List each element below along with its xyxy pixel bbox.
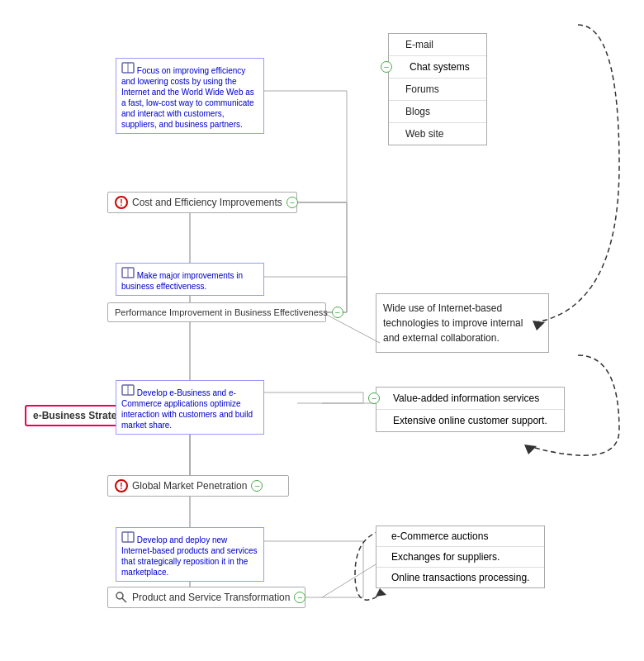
leaf-email: E-mail [389, 34, 486, 56]
svg-line-26 [322, 312, 380, 343]
value-text: Value-added information services [393, 392, 539, 404]
email-text: E-mail [405, 39, 433, 50]
ecommerce-auctions-item: e-Commerce auctions [376, 526, 544, 547]
perf-label: Performance Improvement in Business Effe… [115, 307, 328, 317]
chat-collapse-btn[interactable]: − [381, 61, 392, 73]
svg-line-28 [322, 562, 380, 597]
cost-note-text: Focus on improving efficiency and loweri… [121, 66, 254, 129]
svg-marker-23 [524, 445, 537, 454]
value-item: − Value-added information services [376, 388, 564, 410]
book-icon-global [121, 384, 135, 396]
root-label: e-Business Strategy [33, 410, 128, 421]
online-transactions-text: Online transactions processing. [391, 572, 529, 583]
svg-point-35 [116, 592, 123, 599]
global-branch-node[interactable]: ! Global Market Penetration − [107, 475, 289, 497]
ecommerce-text: e-Commerce auctions [391, 530, 488, 542]
cost-branch-node[interactable]: ! Cost and Efficiency Improvements − [107, 192, 297, 213]
product-note: Develop and deploy new Internet-based pr… [116, 527, 264, 582]
global-label: Global Market Penetration [132, 480, 247, 492]
global-note: Develop e-Business and e-Commerce applic… [116, 380, 264, 435]
value-group-box: − Value-added information services Exten… [376, 387, 565, 432]
perf-note: Make major improvements in business effe… [116, 263, 264, 296]
website-text: Web site [405, 128, 443, 140]
ecommerce-group-box: e-Commerce auctions Exchanges for suppli… [376, 525, 545, 588]
blogs-text: Blogs [405, 106, 430, 117]
online-transactions-item: Online transactions processing. [376, 568, 544, 587]
global-collapse-btn[interactable]: − [251, 480, 263, 492]
exchanges-text: Exchanges for suppliers. [391, 551, 500, 563]
email-group-box: E-mail − Chat systems Forums Blogs Web s… [388, 33, 487, 145]
cost-note: Focus on improving efficiency and loweri… [116, 58, 264, 134]
chat-text: Chat systems [405, 61, 470, 73]
value-collapse-btn[interactable]: − [368, 392, 380, 404]
cost-collapse-btn[interactable]: − [286, 197, 298, 208]
collab-text-content: Wide use of Internet-based technologies … [383, 302, 523, 344]
leaf-forums: Forums [389, 78, 486, 101]
product-branch-node[interactable]: Product and Service Transformation − [107, 587, 305, 608]
cost-label: Cost and Efficiency Improvements [132, 197, 282, 208]
perf-note-text: Make major improvements in business effe… [121, 271, 243, 291]
chat-systems-item: − Chat systems [389, 56, 486, 78]
exclaim-icon-global: ! [115, 479, 128, 492]
mind-map-canvas: e-Business Strategy − ! Cost and Efficie… [0, 0, 644, 661]
customer-support-item: Extensive online customer support. [376, 410, 564, 431]
product-note-text: Develop and deploy new Internet-based pr… [121, 535, 258, 577]
forums-text: Forums [405, 83, 439, 95]
perf-collapse-btn[interactable]: − [332, 307, 343, 318]
customer-support-text: Extensive online customer support. [393, 415, 547, 426]
product-collapse-btn[interactable]: − [294, 592, 305, 603]
perf-branch-node[interactable]: Performance Improvement in Business Effe… [107, 302, 326, 322]
leaf-website: Web site [389, 123, 486, 145]
exclaim-icon-cost: ! [115, 196, 128, 209]
global-note-text: Develop e-Business and e-Commerce applic… [121, 388, 253, 430]
book-icon-perf [121, 267, 135, 278]
book-icon-product [121, 531, 135, 543]
book-icon-cost [121, 62, 135, 74]
svg-marker-24 [376, 588, 386, 597]
collab-text-block: Wide use of Internet-based technologies … [376, 293, 549, 353]
product-label: Product and Service Transformation [132, 592, 290, 603]
exchanges-item: Exchanges for suppliers. [376, 547, 544, 568]
leaf-blogs: Blogs [389, 101, 486, 123]
svg-line-36 [122, 598, 126, 602]
magnify-icon-product [115, 591, 128, 604]
